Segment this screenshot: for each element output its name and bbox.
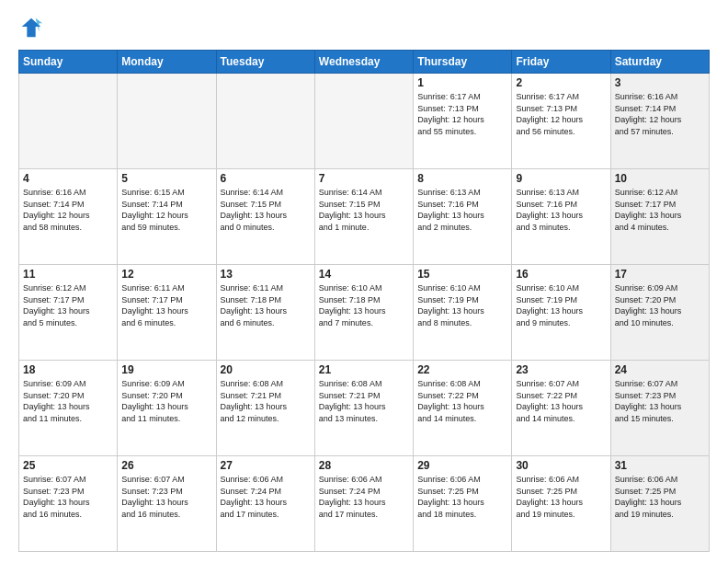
day-info: Sunrise: 6:07 AM Sunset: 7:22 PM Dayligh…	[516, 378, 606, 424]
calendar-day-cell: 24Sunrise: 6:07 AM Sunset: 7:23 PM Dayli…	[610, 361, 709, 456]
calendar-day-cell: 13Sunrise: 6:11 AM Sunset: 7:18 PM Dayli…	[216, 265, 314, 361]
day-number: 10	[615, 172, 705, 185]
day-number: 28	[319, 459, 409, 472]
day-number: 21	[319, 363, 409, 376]
day-info: Sunrise: 6:07 AM Sunset: 7:23 PM Dayligh…	[23, 474, 113, 520]
day-info: Sunrise: 6:14 AM Sunset: 7:15 PM Dayligh…	[319, 187, 409, 233]
calendar-day-header: Friday	[512, 51, 610, 74]
day-info: Sunrise: 6:09 AM Sunset: 7:20 PM Dayligh…	[615, 282, 705, 328]
day-info: Sunrise: 6:17 AM Sunset: 7:13 PM Dayligh…	[516, 91, 606, 137]
calendar-day-cell: 22Sunrise: 6:08 AM Sunset: 7:22 PM Dayli…	[414, 361, 512, 456]
day-info: Sunrise: 6:11 AM Sunset: 7:17 PM Dayligh…	[121, 282, 211, 328]
calendar-week-row: 1Sunrise: 6:17 AM Sunset: 7:13 PM Daylig…	[19, 74, 710, 169]
calendar-day-header: Wednesday	[314, 51, 413, 74]
calendar-day-cell: 31Sunrise: 6:06 AM Sunset: 7:25 PM Dayli…	[610, 456, 709, 552]
calendar-day-cell: 20Sunrise: 6:08 AM Sunset: 7:21 PM Dayli…	[216, 361, 314, 456]
calendar-day-cell: 6Sunrise: 6:14 AM Sunset: 7:15 PM Daylig…	[216, 169, 314, 265]
calendar-day-cell: 2Sunrise: 6:17 AM Sunset: 7:13 PM Daylig…	[512, 74, 610, 169]
day-info: Sunrise: 6:06 AM Sunset: 7:25 PM Dayligh…	[516, 474, 606, 520]
calendar-day-cell: 30Sunrise: 6:06 AM Sunset: 7:25 PM Dayli…	[512, 456, 610, 552]
day-number: 1	[417, 76, 507, 89]
day-number: 7	[319, 172, 409, 185]
calendar-day-header: Sunday	[19, 51, 118, 74]
day-info: Sunrise: 6:12 AM Sunset: 7:17 PM Dayligh…	[23, 282, 113, 328]
calendar-day-cell: 10Sunrise: 6:12 AM Sunset: 7:17 PM Dayli…	[610, 169, 709, 265]
day-number: 14	[319, 268, 409, 281]
calendar-day-cell: 28Sunrise: 6:06 AM Sunset: 7:24 PM Dayli…	[314, 456, 413, 552]
calendar-day-header: Tuesday	[216, 51, 314, 74]
day-info: Sunrise: 6:10 AM Sunset: 7:19 PM Dayligh…	[417, 282, 507, 328]
calendar-day-cell: 25Sunrise: 6:07 AM Sunset: 7:23 PM Dayli…	[19, 456, 118, 552]
header	[18, 15, 710, 40]
day-number: 24	[615, 363, 705, 376]
day-number: 8	[417, 172, 507, 185]
calendar-day-cell: 23Sunrise: 6:07 AM Sunset: 7:22 PM Dayli…	[512, 361, 610, 456]
day-info: Sunrise: 6:08 AM Sunset: 7:21 PM Dayligh…	[221, 378, 311, 424]
calendar-week-row: 11Sunrise: 6:12 AM Sunset: 7:17 PM Dayli…	[19, 265, 710, 361]
calendar-day-cell: 3Sunrise: 6:16 AM Sunset: 7:14 PM Daylig…	[610, 74, 709, 169]
day-info: Sunrise: 6:09 AM Sunset: 7:20 PM Dayligh…	[23, 378, 113, 424]
day-info: Sunrise: 6:06 AM Sunset: 7:24 PM Dayligh…	[319, 474, 409, 520]
day-number: 26	[121, 459, 211, 472]
calendar-body: 1Sunrise: 6:17 AM Sunset: 7:13 PM Daylig…	[19, 74, 710, 552]
calendar-day-cell: 11Sunrise: 6:12 AM Sunset: 7:17 PM Dayli…	[19, 265, 118, 361]
day-info: Sunrise: 6:07 AM Sunset: 7:23 PM Dayligh…	[615, 378, 705, 424]
calendar-day-cell: 21Sunrise: 6:08 AM Sunset: 7:21 PM Dayli…	[314, 361, 413, 456]
day-number: 20	[221, 363, 311, 376]
day-number: 9	[516, 172, 606, 185]
day-number: 31	[615, 459, 705, 472]
day-number: 2	[516, 76, 606, 89]
day-info: Sunrise: 6:13 AM Sunset: 7:16 PM Dayligh…	[516, 187, 606, 233]
calendar-day-cell: 14Sunrise: 6:10 AM Sunset: 7:18 PM Dayli…	[314, 265, 413, 361]
calendar-day-cell: 1Sunrise: 6:17 AM Sunset: 7:13 PM Daylig…	[414, 74, 512, 169]
day-info: Sunrise: 6:09 AM Sunset: 7:20 PM Dayligh…	[121, 378, 211, 424]
day-info: Sunrise: 6:10 AM Sunset: 7:18 PM Dayligh…	[319, 282, 409, 328]
day-number: 5	[121, 172, 211, 185]
day-info: Sunrise: 6:15 AM Sunset: 7:14 PM Dayligh…	[121, 187, 211, 233]
day-number: 15	[417, 268, 507, 281]
day-info: Sunrise: 6:13 AM Sunset: 7:16 PM Dayligh…	[417, 187, 507, 233]
calendar-day-cell: 26Sunrise: 6:07 AM Sunset: 7:23 PM Dayli…	[118, 456, 216, 552]
day-info: Sunrise: 6:08 AM Sunset: 7:22 PM Dayligh…	[417, 378, 507, 424]
day-info: Sunrise: 6:07 AM Sunset: 7:23 PM Dayligh…	[121, 474, 211, 520]
calendar-table: SundayMondayTuesdayWednesdayThursdayFrid…	[18, 50, 710, 552]
day-number: 29	[417, 459, 507, 472]
calendar-day-cell: 9Sunrise: 6:13 AM Sunset: 7:16 PM Daylig…	[512, 169, 610, 265]
calendar-day-cell	[216, 74, 314, 169]
day-number: 18	[23, 363, 113, 376]
day-number: 30	[516, 459, 606, 472]
calendar-day-cell: 17Sunrise: 6:09 AM Sunset: 7:20 PM Dayli…	[610, 265, 709, 361]
day-info: Sunrise: 6:14 AM Sunset: 7:15 PM Dayligh…	[221, 187, 311, 233]
calendar-day-header: Monday	[118, 51, 216, 74]
day-info: Sunrise: 6:16 AM Sunset: 7:14 PM Dayligh…	[23, 187, 113, 233]
day-number: 23	[516, 363, 606, 376]
day-info: Sunrise: 6:06 AM Sunset: 7:24 PM Dayligh…	[221, 474, 311, 520]
day-info: Sunrise: 6:08 AM Sunset: 7:21 PM Dayligh…	[319, 378, 409, 424]
day-number: 6	[221, 172, 311, 185]
calendar-day-cell: 15Sunrise: 6:10 AM Sunset: 7:19 PM Dayli…	[414, 265, 512, 361]
calendar-week-row: 25Sunrise: 6:07 AM Sunset: 7:23 PM Dayli…	[19, 456, 710, 552]
calendar-day-cell: 27Sunrise: 6:06 AM Sunset: 7:24 PM Dayli…	[216, 456, 314, 552]
calendar-day-cell: 5Sunrise: 6:15 AM Sunset: 7:14 PM Daylig…	[118, 169, 216, 265]
day-number: 19	[121, 363, 211, 376]
calendar-week-row: 4Sunrise: 6:16 AM Sunset: 7:14 PM Daylig…	[19, 169, 710, 265]
day-number: 11	[23, 268, 113, 281]
logo	[18, 15, 48, 40]
day-number: 12	[121, 268, 211, 281]
calendar-day-cell: 12Sunrise: 6:11 AM Sunset: 7:17 PM Dayli…	[118, 265, 216, 361]
calendar-day-cell: 7Sunrise: 6:14 AM Sunset: 7:15 PM Daylig…	[314, 169, 413, 265]
calendar-day-cell	[314, 74, 413, 169]
day-number: 22	[417, 363, 507, 376]
day-info: Sunrise: 6:06 AM Sunset: 7:25 PM Dayligh…	[417, 474, 507, 520]
calendar-day-cell: 29Sunrise: 6:06 AM Sunset: 7:25 PM Dayli…	[414, 456, 512, 552]
calendar-day-cell: 4Sunrise: 6:16 AM Sunset: 7:14 PM Daylig…	[19, 169, 118, 265]
page: SundayMondayTuesdayWednesdayThursdayFrid…	[0, 0, 728, 563]
calendar-day-cell: 19Sunrise: 6:09 AM Sunset: 7:20 PM Dayli…	[118, 361, 216, 456]
calendar-day-header: Thursday	[414, 51, 512, 74]
day-info: Sunrise: 6:17 AM Sunset: 7:13 PM Dayligh…	[417, 91, 507, 137]
calendar-day-cell: 16Sunrise: 6:10 AM Sunset: 7:19 PM Dayli…	[512, 265, 610, 361]
day-info: Sunrise: 6:16 AM Sunset: 7:14 PM Dayligh…	[615, 91, 705, 137]
calendar-day-cell: 18Sunrise: 6:09 AM Sunset: 7:20 PM Dayli…	[19, 361, 118, 456]
day-number: 4	[23, 172, 113, 185]
day-info: Sunrise: 6:11 AM Sunset: 7:18 PM Dayligh…	[221, 282, 311, 328]
